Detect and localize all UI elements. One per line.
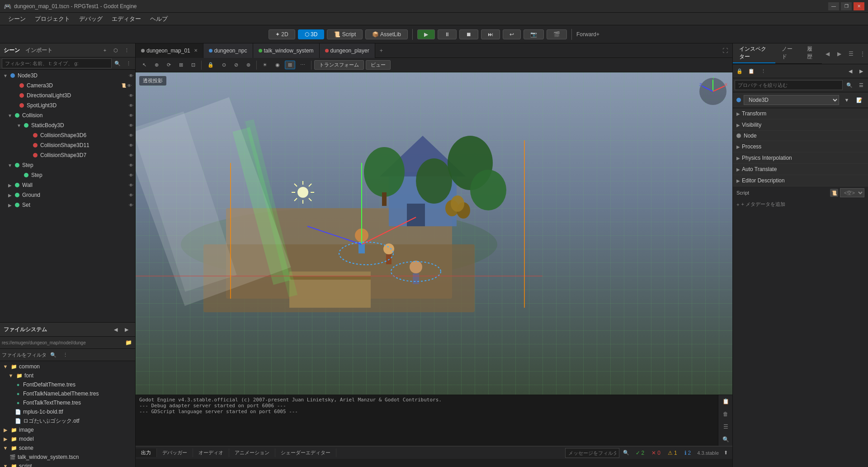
tree-item-step-child[interactable]: Step 👁 (0, 170, 135, 180)
viewport[interactable]: 透視投影 Y X Z (136, 72, 732, 395)
scale-tool-button[interactable]: ⊞ (176, 61, 186, 69)
snap-button[interactable]: ⊘ (231, 61, 241, 69)
local-button[interactable]: ⊛ (243, 61, 254, 69)
add-tab-button[interactable]: + (375, 48, 387, 54)
camera-button[interactable]: 📷 (524, 29, 544, 39)
view-label[interactable]: ビュー (366, 60, 391, 70)
console-filter-button[interactable]: ☰ (718, 420, 733, 433)
camera-visibility-icon[interactable]: 👁 (127, 83, 132, 88)
debug-skip-button[interactable]: ↩ (503, 29, 521, 39)
collision-visibility-icon[interactable]: 👁 (129, 113, 133, 118)
close-button[interactable]: ✕ (854, 2, 864, 10)
tab-history[interactable]: 履歴 (801, 43, 822, 63)
transform-section-header[interactable]: ▶ Transform (733, 108, 868, 119)
console-expand-button[interactable]: ⬆ (721, 448, 731, 458)
instantiate-button[interactable]: ⬡ (111, 45, 121, 55)
menu-editor[interactable]: エディター (107, 14, 146, 24)
movie-button[interactable]: 🎬 (547, 29, 567, 39)
grid-button[interactable]: ⊞ (285, 61, 295, 69)
console-tab-animation[interactable]: アニメーション (229, 448, 275, 457)
visibility-icon[interactable]: 👁 (129, 73, 133, 78)
fs-item-image[interactable]: ▶ 📁 image (0, 425, 135, 434)
console-tab-shader[interactable]: シェーダーエディター (275, 448, 336, 457)
tab-talk-window[interactable]: talk_window_system (253, 43, 320, 58)
tree-item-staticbody[interactable]: ▼ StaticBody3D 👁 (0, 120, 135, 130)
fs-item-scene[interactable]: ▼ 📁 scene (0, 443, 135, 453)
step-parent-visibility-icon[interactable]: 👁 (129, 163, 133, 168)
ground-visibility-icon[interactable]: 👁 (129, 193, 133, 198)
tree-item-collisionshape3[interactable]: CollisionShape3D7 👁 (0, 150, 135, 160)
inspector-nav-forward[interactable]: ▶ (856, 66, 866, 76)
tree-item-dirlight[interactable]: DirectionalLight3D 👁 (0, 91, 135, 100)
inspector-history-back[interactable]: ◀ (822, 48, 833, 59)
tree-item-set[interactable]: ▶ Set 👁 (0, 200, 135, 210)
menu-debug[interactable]: デバッグ (75, 14, 107, 24)
inspector-option-button[interactable]: ⋮ (758, 66, 768, 76)
fs-nav-forward[interactable]: ▶ (122, 324, 132, 334)
inspector-menu-button[interactable]: ⋮ (857, 48, 868, 59)
step-button[interactable]: ⏭ (481, 29, 500, 39)
filter-options-button[interactable]: ⋮ (123, 58, 133, 68)
inspector-select-button[interactable]: 📋 (746, 66, 756, 76)
tree-item-node3d[interactable]: ▼ Node3D 👁 (0, 71, 135, 81)
spotlight-visibility-icon[interactable]: 👁 (129, 103, 133, 108)
assetlib-button[interactable]: 📦 AssetLib (365, 29, 408, 39)
autotranslate-section-header[interactable]: ▶ Auto Translate (733, 164, 868, 175)
set-visibility-icon[interactable]: 👁 (129, 203, 133, 208)
cs2-visibility-icon[interactable]: 👁 (129, 143, 133, 148)
fs-item-fonttalktext[interactable]: ● FontTalkTextTheme.tres (0, 398, 135, 407)
tree-item-collisionshape1[interactable]: CollisionShape3D6 👁 (0, 130, 135, 140)
inspector-object-button[interactable]: ☰ (845, 48, 856, 59)
console-tab-output[interactable]: 出力 (136, 448, 157, 457)
fs-folder-icon[interactable]: 📁 (123, 338, 133, 348)
fs-item-script[interactable]: ▼ 📁 script (0, 462, 135, 467)
maximize-button[interactable]: ❐ (841, 2, 852, 10)
cs1-visibility-icon[interactable]: 👁 (129, 133, 133, 138)
script-button[interactable]: 📜 Script (327, 29, 363, 39)
tree-item-spotlight[interactable]: SpotLight3D 👁 (0, 100, 135, 110)
tab-inspector[interactable]: インスペクター (733, 43, 775, 63)
tab-dungeon-map[interactable]: dungeon_map_01 ✕ (136, 43, 203, 58)
transform-label[interactable]: トランスフォーム (314, 60, 364, 70)
window-controls[interactable]: — ❐ ✕ (828, 2, 864, 10)
tab-node[interactable]: ノード (775, 43, 801, 63)
play-button[interactable]: ▶ (417, 29, 435, 39)
fs-item-model[interactable]: ▶ 📁 model (0, 434, 135, 443)
tab-close-0[interactable]: ✕ (194, 48, 198, 53)
group-button[interactable]: ⊙ (219, 61, 229, 69)
scene-menu-button[interactable]: ⋮ (122, 45, 132, 55)
console-tab-audio[interactable]: オーディオ (193, 448, 229, 457)
console-filter-input[interactable] (565, 448, 619, 458)
fs-filter-options[interactable]: ⋮ (60, 350, 70, 360)
fs-item-common[interactable]: ▼ 📁 common (0, 362, 135, 371)
tree-item-ground[interactable]: ▶ Ground 👁 (0, 190, 135, 200)
node-type-open[interactable]: 📝 (854, 95, 864, 105)
inspector-history-forward[interactable]: ▶ (834, 48, 844, 59)
move-tool-button[interactable]: ⊕ (151, 61, 162, 69)
select-tool-button[interactable]: ↖ (139, 61, 150, 69)
add-metadata-button[interactable]: + + メタデータを追加 (733, 199, 868, 210)
tree-item-camera3d[interactable]: Camera3D 📜 👁 (0, 81, 135, 91)
mode-3d-button[interactable]: ⬡ 3D (298, 29, 325, 39)
menu-project[interactable]: プロジェクト (30, 14, 75, 24)
physics-section-header[interactable]: ▶ Physics Interpolation (733, 152, 868, 163)
mode-2d-button[interactable]: ✦ 2D (269, 29, 295, 39)
fs-nav-back[interactable]: ◀ (111, 324, 121, 334)
add-node-button[interactable]: + (100, 45, 110, 55)
scene-filter-input[interactable] (2, 58, 112, 68)
fullscreen-button[interactable]: ⛶ (718, 48, 732, 54)
menu-scene[interactable]: シーン (4, 14, 30, 24)
cs3-visibility-icon[interactable]: 👁 (129, 153, 133, 158)
step-child-visibility-icon[interactable]: 👁 (129, 173, 133, 178)
inspector-nav-back[interactable]: ◀ (845, 66, 855, 76)
console-clear-button[interactable]: 🗑 (718, 408, 733, 420)
tab-dungeon-npc[interactable]: dungeon_npc (203, 43, 253, 58)
inspector-search-input[interactable] (735, 80, 843, 90)
lock-button[interactable]: 🔒 (204, 61, 217, 69)
fs-item-talkwindow[interactable]: 🎬 talk_window_system.tscn (0, 453, 135, 462)
sun-button[interactable]: ☀ (259, 61, 270, 69)
console-tab-debugger[interactable]: デバッガー (157, 448, 193, 457)
search-icon-button[interactable]: 🔍 (113, 58, 123, 68)
inspector-filter-icon[interactable]: ☰ (856, 80, 866, 90)
console-search-button[interactable]: 🔍 (718, 433, 733, 446)
